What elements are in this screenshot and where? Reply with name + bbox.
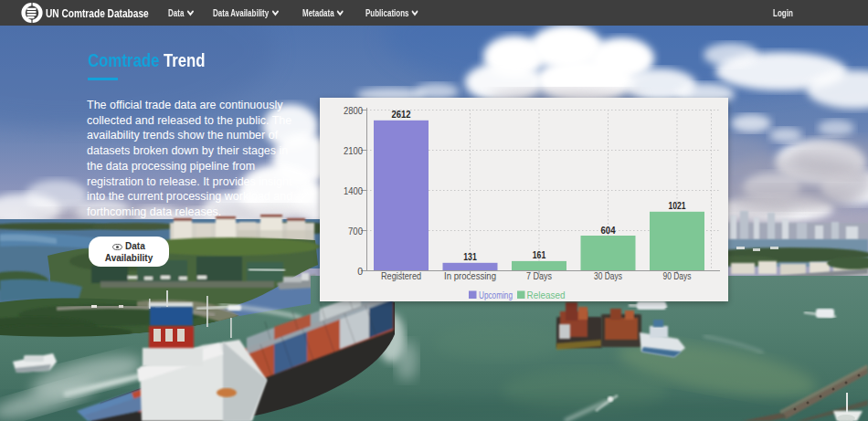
svg-text:Registered: Registered — [381, 270, 421, 281]
svg-text:90 Days: 90 Days — [663, 270, 692, 281]
svg-text:1400: 1400 — [344, 185, 363, 196]
svg-text:1021: 1021 — [669, 200, 686, 211]
svg-text:2100: 2100 — [344, 145, 363, 156]
svg-text:2612: 2612 — [392, 109, 411, 120]
svg-text:30 Days: 30 Days — [594, 270, 622, 281]
svg-text:604: 604 — [601, 225, 616, 236]
svg-text:0: 0 — [357, 266, 363, 277]
svg-text:7 Days: 7 Days — [526, 270, 552, 281]
svg-text:161: 161 — [533, 249, 546, 260]
svg-text:Released: Released — [527, 289, 566, 300]
svg-text:In processing: In processing — [444, 270, 496, 281]
svg-text:Upcoming: Upcoming — [479, 289, 513, 300]
svg-text:131: 131 — [463, 251, 477, 262]
svg-text:700: 700 — [348, 226, 363, 237]
svg-text:2800: 2800 — [344, 105, 363, 116]
